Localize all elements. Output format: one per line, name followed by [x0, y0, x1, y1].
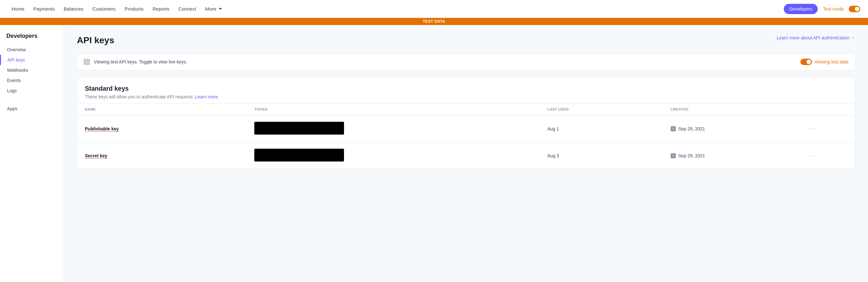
col-header-token: TOKEN [247, 104, 539, 115]
standard-keys-learn-more[interactable]: Learn more [195, 94, 218, 99]
sidebar-item-events[interactable]: Events [0, 75, 64, 86]
col-header-name: NAME [77, 104, 247, 115]
chevron-down-icon [219, 8, 222, 9]
card-subtitle: These keys will allow you to authenticat… [85, 94, 847, 99]
test-mode-label: Test mode [823, 6, 844, 11]
publishable-key-name: Publishable key [77, 115, 247, 142]
col-header-created: CREATED [663, 104, 802, 115]
sidebar-title: Developers [0, 33, 64, 45]
nav-links: Home Payments Balances Customers Product… [8, 3, 784, 14]
secret-key-actions[interactable]: ··· [802, 142, 855, 169]
table-row: Publishable key Aug 1 i Sep 29, 2021 [77, 115, 855, 142]
test-mode-toggle[interactable] [849, 6, 860, 12]
sidebar-item-overview[interactable]: Overview [0, 45, 64, 55]
nav-home[interactable]: Home [8, 3, 28, 14]
sidebar-item-apps[interactable]: Apps [0, 104, 64, 114]
sidebar-item-logs[interactable]: Logs [0, 86, 64, 96]
page-title: API keys [77, 35, 114, 46]
info-icon: i [84, 59, 90, 65]
main-layout: Developers Overview API keys Webhooks Ev… [0, 25, 868, 281]
card-title: Standard keys [85, 85, 847, 92]
more-actions-button[interactable]: ··· [809, 125, 816, 132]
info-banner-left: i Viewing test API keys. Toggle to view … [84, 59, 187, 65]
created-info-icon: i [671, 126, 676, 132]
sidebar-section-2: Apps [0, 101, 64, 114]
learn-more-auth-link[interactable]: Learn more about API authentication → [777, 35, 855, 40]
nav-connect[interactable]: Connect [175, 3, 200, 14]
publishable-key-actions[interactable]: ··· [802, 115, 855, 142]
publishable-key-token [247, 115, 539, 142]
secret-key-created: i Sep 29, 2021 [663, 142, 802, 169]
viewing-test-data-label: Viewing test data [814, 59, 848, 64]
api-keys-table: NAME TOKEN LAST USED CREATED Publishable… [77, 103, 855, 169]
viewing-toggle[interactable] [800, 59, 812, 65]
nav-right: Developers Test mode [784, 4, 860, 14]
secret-token-value [254, 149, 344, 162]
publishable-token-value [254, 122, 344, 135]
sidebar-item-api-keys[interactable]: API keys [0, 55, 64, 65]
table-row: Secret key Aug 3 i Sep 29, 2021 [77, 142, 855, 169]
more-actions-button[interactable]: ··· [809, 152, 816, 159]
main-content: API keys Learn more about API authentica… [64, 25, 868, 281]
standard-keys-card: Standard keys These keys will allow you … [77, 77, 855, 169]
table-header: NAME TOKEN LAST USED CREATED [77, 104, 855, 115]
info-banner: i Viewing test API keys. Toggle to view … [77, 53, 855, 70]
test-data-banner: TEST DATA [0, 18, 868, 25]
developers-button[interactable]: Developers [784, 4, 818, 14]
top-nav: Home Payments Balances Customers Product… [0, 0, 868, 18]
secret-key-name: Secret key [77, 142, 247, 169]
secret-key-token [247, 142, 539, 169]
nav-customers[interactable]: Customers [88, 3, 120, 14]
created-info-icon: i [671, 153, 676, 158]
publishable-key-created: i Sep 29, 2021 [663, 115, 802, 142]
col-header-lastused: LAST USED [540, 104, 663, 115]
viewing-test-data: Viewing test data [800, 59, 848, 65]
nav-more[interactable]: More [202, 3, 226, 14]
nav-payments[interactable]: Payments [29, 3, 59, 14]
info-banner-text: Viewing test API keys. Toggle to view li… [94, 59, 187, 64]
sidebar-item-webhooks[interactable]: Webhooks [0, 65, 64, 75]
secret-key-lastused: Aug 3 [540, 142, 663, 169]
page-header: API keys Learn more about API authentica… [77, 35, 855, 46]
col-header-actions [802, 104, 855, 115]
nav-balances[interactable]: Balances [60, 3, 88, 14]
sidebar: Developers Overview API keys Webhooks Ev… [0, 25, 64, 281]
publishable-key-lastused: Aug 1 [540, 115, 663, 142]
card-header: Standard keys These keys will allow you … [77, 77, 855, 103]
nav-reports[interactable]: Reports [149, 3, 173, 14]
nav-products[interactable]: Products [121, 3, 147, 14]
